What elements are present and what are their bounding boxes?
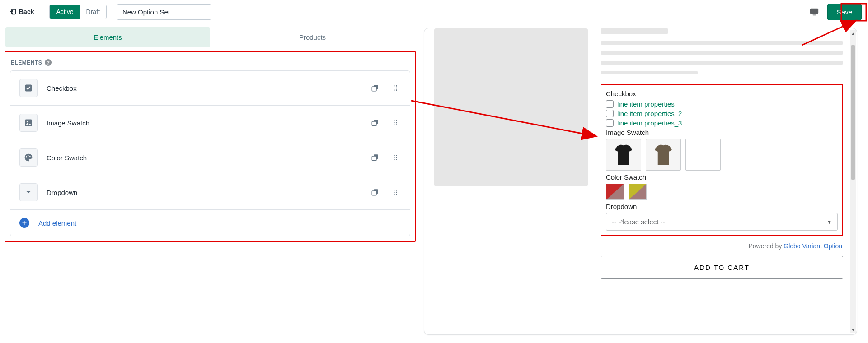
back-button[interactable]: Back (6, 6, 37, 18)
checkbox-input[interactable] (606, 110, 614, 117)
checkbox-option-label: line item properties_3 (617, 119, 682, 127)
preview-card: Checkbox line item properties line item … (424, 28, 857, 335)
checkbox-option[interactable]: line item properties (606, 100, 838, 108)
svg-rect-26 (372, 156, 376, 161)
desktop-preview-icon[interactable] (809, 7, 819, 17)
drag-handle-icon[interactable] (390, 117, 401, 128)
svg-point-6 (394, 85, 395, 87)
svg-point-30 (396, 157, 397, 158)
svg-rect-34 (372, 191, 376, 195)
duplicate-icon[interactable] (369, 186, 381, 198)
image-swatch-option[interactable] (646, 139, 681, 171)
skeleton-line (601, 41, 843, 45)
product-image-placeholder (434, 28, 588, 186)
skeleton-line (601, 61, 843, 65)
checkbox-input[interactable] (606, 119, 614, 127)
drag-handle-icon[interactable] (390, 187, 401, 198)
drag-handle-icon[interactable] (390, 83, 401, 93)
elements-panel: ELEMENTS ? Checkbox (5, 51, 416, 242)
drag-handle-icon[interactable] (390, 152, 401, 163)
add-to-cart-button[interactable]: ADD TO CART (601, 256, 843, 279)
color-swatch-row (606, 184, 838, 200)
svg-point-11 (396, 89, 397, 91)
add-element-button[interactable]: Add element (10, 210, 410, 236)
svg-point-24 (29, 156, 31, 157)
save-button[interactable]: Save (827, 4, 862, 20)
tab-elements[interactable]: Elements (5, 27, 210, 47)
svg-point-17 (396, 120, 397, 121)
preview-details-column: Checkbox line item properties line item … (596, 28, 857, 334)
scroll-down-icon[interactable]: ▼ (850, 326, 856, 333)
preview-scrollbar[interactable]: ▲ ▼ (850, 30, 856, 333)
checkbox-option[interactable]: line item properties_3 (606, 119, 838, 127)
svg-point-20 (394, 124, 395, 125)
scroll-thumb[interactable] (851, 45, 855, 180)
svg-point-23 (28, 155, 29, 156)
skeleton-line (601, 51, 843, 55)
image-icon (19, 114, 38, 132)
svg-point-29 (394, 157, 395, 158)
help-icon[interactable]: ? (45, 59, 52, 66)
svg-point-22 (26, 156, 28, 158)
powered-by: Powered by Globo Variant Option (601, 242, 842, 250)
element-list: Checkbox Image Swatch (10, 70, 410, 236)
preview-image-column (424, 28, 596, 334)
svg-point-18 (394, 122, 395, 124)
svg-point-21 (396, 124, 397, 125)
powered-by-link[interactable]: Globo Variant Option (784, 242, 842, 250)
element-name: Color Swatch (47, 154, 360, 162)
image-swatch-label: Image Swatch (606, 129, 838, 136)
svg-point-37 (394, 192, 395, 193)
svg-point-38 (396, 192, 397, 193)
element-row-image-swatch[interactable]: Image Swatch (10, 106, 410, 140)
scroll-up-icon[interactable]: ▲ (850, 30, 856, 37)
tshirt-icon (650, 142, 677, 167)
back-icon (9, 8, 17, 16)
svg-point-16 (394, 120, 395, 121)
image-swatch-option[interactable] (685, 139, 721, 171)
powered-by-prefix: Powered by (748, 242, 784, 250)
svg-rect-5 (372, 87, 376, 91)
element-row-dropdown[interactable]: Dropdown (10, 175, 410, 210)
skeleton-line (601, 71, 698, 74)
element-name: Dropdown (47, 189, 360, 196)
color-swatch-option[interactable] (606, 184, 624, 200)
svg-point-10 (394, 89, 395, 91)
color-swatch-label: Color Swatch (606, 173, 838, 181)
duplicate-icon[interactable] (369, 117, 381, 129)
skeleton-title (601, 28, 668, 34)
element-row-checkbox[interactable]: Checkbox (10, 71, 410, 106)
svg-rect-15 (372, 121, 376, 126)
tabs: Elements Products (5, 27, 415, 47)
add-element-label: Add element (38, 219, 401, 227)
svg-rect-1 (810, 9, 818, 14)
image-swatch-option[interactable] (606, 139, 641, 171)
right-panel: Checkbox line item properties line item … (420, 23, 868, 343)
tab-products[interactable]: Products (210, 27, 415, 47)
color-swatch-option[interactable] (629, 184, 647, 200)
caret-down-icon: ▼ (827, 219, 832, 225)
dropdown-placeholder: -- Please select -- (612, 218, 665, 226)
palette-icon (19, 148, 38, 167)
dropdown-select[interactable]: -- Please select -- ▼ (606, 213, 838, 231)
element-name: Image Swatch (47, 119, 360, 127)
elements-title-text: ELEMENTS (11, 60, 42, 66)
duplicate-icon[interactable] (369, 82, 381, 94)
status-active-button[interactable]: Active (50, 5, 80, 19)
elements-title: ELEMENTS ? (11, 59, 410, 66)
caret-down-icon (19, 183, 38, 201)
svg-point-13 (27, 121, 28, 122)
svg-rect-2 (812, 14, 816, 15)
svg-point-36 (396, 190, 397, 191)
preview-options: Checkbox line item properties line item … (601, 84, 843, 236)
element-name: Checkbox (47, 84, 360, 92)
checkbox-option[interactable]: line item properties_2 (606, 110, 838, 117)
option-set-name-input[interactable] (117, 4, 211, 20)
status-draft-button[interactable]: Draft (80, 5, 106, 19)
svg-point-19 (396, 122, 397, 124)
element-row-color-swatch[interactable]: Color Swatch (10, 140, 410, 175)
checkbox-input[interactable] (606, 100, 614, 108)
image-swatch-row (606, 139, 838, 171)
svg-point-35 (394, 190, 395, 191)
duplicate-icon[interactable] (369, 152, 381, 163)
